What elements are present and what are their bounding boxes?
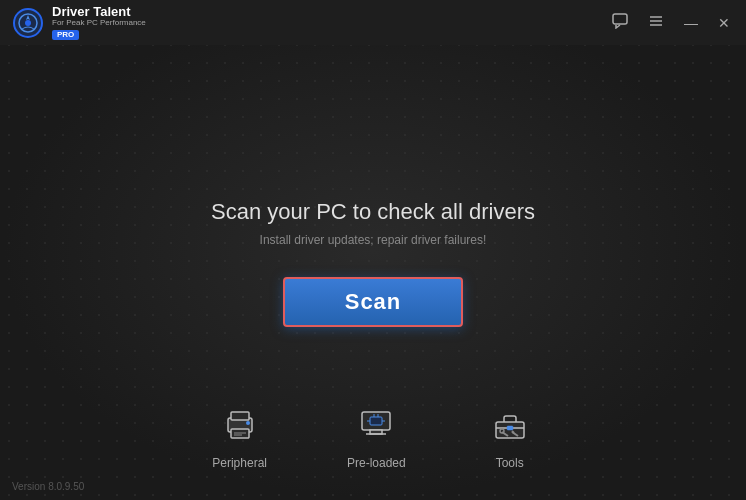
main-headline: Scan your PC to check all drivers (211, 199, 535, 225)
main-subheadline: Install driver updates; repair driver fa… (260, 233, 487, 247)
preloaded-icon (352, 400, 400, 448)
chat-icon[interactable] (608, 11, 632, 34)
close-icon[interactable]: ✕ (714, 13, 734, 33)
svg-point-12 (246, 421, 250, 425)
preloaded-item[interactable]: Pre-loaded (347, 400, 406, 470)
tools-label: Tools (496, 456, 524, 470)
peripheral-icon (216, 400, 264, 448)
svg-rect-16 (370, 417, 382, 425)
minimize-icon[interactable]: — (680, 13, 702, 33)
app-title: Driver Talent (52, 5, 146, 19)
app-subtitle: For Peak PC Performance (52, 19, 146, 28)
title-bar-left: Driver Talent For Peak PC Performance PR… (12, 5, 146, 41)
tools-item[interactable]: Tools (486, 400, 534, 470)
peripheral-label: Peripheral (212, 456, 267, 470)
menu-icon[interactable] (644, 11, 668, 34)
svg-point-2 (25, 20, 31, 26)
version-label: Version 8.0.9.50 (12, 481, 84, 492)
preloaded-label: Pre-loaded (347, 456, 406, 470)
bottom-icons: Peripheral Pre-loaded (0, 400, 746, 470)
logo-text: Driver Talent For Peak PC Performance PR… (52, 5, 146, 41)
svg-line-27 (512, 431, 514, 433)
title-bar: Driver Talent For Peak PC Performance PR… (0, 0, 746, 45)
tools-icon (486, 400, 534, 448)
app-window: Driver Talent For Peak PC Performance PR… (0, 0, 746, 500)
svg-rect-8 (231, 412, 249, 420)
app-logo-icon (12, 7, 44, 39)
svg-rect-23 (507, 426, 513, 430)
peripheral-item[interactable]: Peripheral (212, 400, 267, 470)
scan-button[interactable]: Scan (283, 277, 463, 327)
pro-badge: PRO (52, 30, 79, 41)
title-bar-right: — ✕ (608, 11, 734, 34)
svg-rect-3 (613, 14, 627, 24)
